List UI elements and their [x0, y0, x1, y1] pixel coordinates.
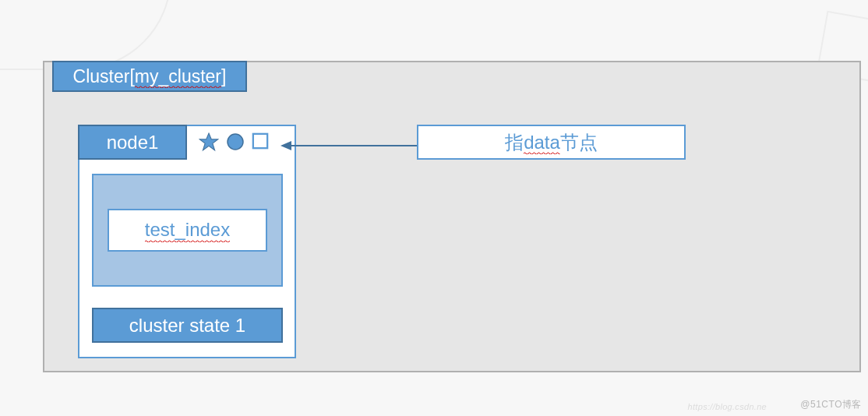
index-inner-box: test_index — [108, 209, 267, 252]
cluster-name: my_cluster — [135, 66, 221, 88]
callout-box: 指data节点 — [417, 125, 686, 160]
star-icon — [199, 132, 219, 153]
watermark-main: @51CTO博客 — [800, 398, 862, 411]
arrow-left-icon — [281, 139, 417, 153]
diagram-canvas: Cluster[my_cluster] node1 指data节点 test_i… — [0, 0, 868, 416]
svg-point-1 — [228, 134, 243, 150]
cluster-title-text: Cluster[my_cluster] — [73, 66, 227, 87]
svg-rect-2 — [253, 134, 267, 148]
callout-text: 指data节点 — [505, 130, 598, 155]
circle-icon — [226, 132, 245, 151]
cluster-title-tab: Cluster[my_cluster] — [52, 61, 247, 92]
node-title-text: node1 — [107, 132, 159, 153]
watermark-faint: https://blog.csdn.ne — [688, 402, 767, 411]
background-decoration — [0, 0, 171, 70]
callout-underlined: data — [524, 132, 560, 154]
cluster-state-text: cluster state 1 — [129, 315, 245, 337]
svg-marker-0 — [199, 133, 218, 150]
svg-marker-4 — [281, 141, 291, 150]
index-box: test_index — [92, 174, 283, 287]
square-icon — [252, 132, 269, 150]
index-name: test_index — [145, 219, 230, 242]
node-title-tab: node1 — [78, 125, 187, 160]
cluster-state-box: cluster state 1 — [92, 308, 283, 343]
